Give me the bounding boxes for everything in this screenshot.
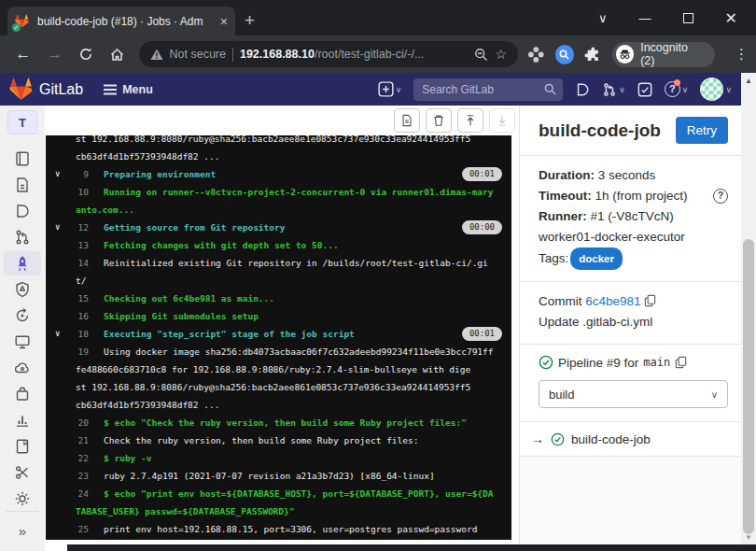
chevron-down-icon: ∨ [682, 85, 689, 94]
sidebar-item-deployments[interactable] [4, 304, 41, 328]
log-line-number[interactable]: 22 [46, 449, 89, 467]
sidebar-item-infrastructure[interactable] [4, 356, 41, 380]
extensions-puzzle-icon[interactable] [584, 46, 602, 64]
copy-ref-icon[interactable] [675, 356, 687, 369]
project-avatar[interactable]: T [7, 110, 37, 134]
log-line-number[interactable]: 12 [46, 219, 89, 236]
log-line-continuation: fe488660c683710c8 for 192.168.88.9:8086/… [46, 360, 511, 378]
retry-button[interactable]: Retry [676, 117, 728, 144]
sidebar-item-issues[interactable] [4, 199, 41, 223]
log-line: 19Using docker image sha256:db4073acbaac… [46, 343, 511, 360]
scroll-to-top-button[interactable] [457, 108, 483, 133]
log-line-number[interactable]: 27 [46, 538, 89, 540]
chevron-down-icon: ∨ [396, 85, 402, 94]
log-line-number[interactable]: 25 [46, 520, 89, 538]
tab-close-icon[interactable]: × [220, 14, 228, 29]
page-scrollbar[interactable]: ▲ ▼ [741, 73, 756, 551]
log-line-text: Check the ruby version, then build some … [104, 435, 418, 445]
forward-button[interactable]: → [43, 42, 67, 66]
copy-commit-icon[interactable] [644, 294, 656, 307]
sidebar-item-monitor[interactable] [4, 330, 41, 354]
search-extension-icon[interactable] [555, 45, 575, 64]
user-menu[interactable]: ∨ [700, 78, 732, 101]
sidebar-item-snippets[interactable] [4, 460, 41, 485]
log-line-number[interactable]: 19 [46, 343, 89, 360]
bookmark-star-icon[interactable]: ☆ [495, 47, 507, 62]
sidebar-item-project-information[interactable] [4, 147, 41, 171]
log-line-number[interactable]: 9 [46, 165, 89, 183]
maximize-button[interactable] [683, 13, 693, 23]
sidebar-item-wiki[interactable] [4, 434, 41, 459]
security-label[interactable]: Not secure [170, 48, 226, 61]
sidebar-item-merge-requests[interactable] [4, 225, 41, 249]
log-line-number[interactable]: 18 [46, 325, 89, 343]
sidebar-item-analytics[interactable] [4, 408, 41, 432]
panel-filler [520, 457, 741, 551]
log-line-continuation: cb63df4d1bf57393948df82 ... [46, 396, 511, 414]
log-line-number[interactable]: 13 [46, 236, 89, 254]
job-log[interactable]: st 192.168.88.9:8080/ruby@sha256:bacb2ae… [46, 135, 511, 540]
commit-sha-link[interactable]: 6c4be981 [585, 294, 640, 308]
gitlab-logo-text[interactable]: GitLab [39, 81, 83, 98]
log-line-number[interactable]: 14 [46, 254, 89, 272]
sidebar-item-security-compliance[interactable] [4, 277, 41, 302]
scrollbar-up-arrow[interactable]: ▲ [741, 77, 756, 85]
page-url[interactable]: 192.168.88.10/root/test-gitlab-ci/-/... [240, 48, 468, 61]
scrollbar-thumb[interactable] [743, 239, 754, 534]
log-line-number[interactable]: 15 [46, 290, 89, 307]
log-line-text: Executing "step_script" stage of the job… [104, 329, 355, 339]
log-line-number[interactable]: 23 [46, 467, 89, 485]
user-avatar[interactable] [700, 78, 723, 101]
log-line-number[interactable]: 10 [46, 183, 89, 201]
scrollbar-down-arrow[interactable]: ▼ [741, 533, 756, 542]
tab-search-icon[interactable]: ∨ [598, 11, 608, 25]
minimize-button[interactable]: — [639, 11, 651, 25]
timeout-row: Timeout: 1h (from project)? [539, 186, 728, 206]
timeout-help-icon[interactable]: ? [713, 189, 728, 204]
log-line-continuation: cb63df4d1bf57393948df82 ... [46, 148, 511, 165]
help-menu[interactable]: ? ∨ [665, 81, 689, 97]
back-button[interactable]: ← [11, 42, 35, 66]
stage-dropdown[interactable]: build ∨ [539, 380, 728, 408]
pipeline-ref[interactable]: main [643, 356, 670, 369]
new-tab-button[interactable]: + [245, 9, 255, 32]
package-icon [14, 386, 31, 403]
log-line-number[interactable]: 21 [46, 431, 89, 449]
sidebar-collapse-toggle[interactable]: » [0, 523, 45, 539]
new-menu-button[interactable]: ∨ [378, 81, 402, 97]
sidebar-item-packages-registries[interactable] [4, 382, 41, 406]
todos-icon[interactable] [637, 82, 652, 97]
sidebar-item-settings[interactable] [4, 487, 41, 511]
reload-button[interactable] [74, 42, 98, 66]
merge-requests-menu[interactable]: ∨ [602, 82, 625, 97]
show-raw-log-button[interactable] [394, 108, 420, 133]
search-input[interactable] [413, 78, 563, 101]
sidebar-item-repository[interactable] [4, 173, 41, 197]
menu-button[interactable]: Menu [104, 83, 153, 96]
log-line-text: ruby 2.7.4p191 (2021-07-07 revision a21a… [104, 471, 435, 481]
extension-pinwheel-icon[interactable] [527, 46, 545, 64]
issues-icon[interactable] [575, 82, 590, 97]
log-line-text: cb63df4d1bf57393948df82 ... [76, 151, 219, 162]
scroll-to-bottom-button[interactable] [489, 108, 515, 133]
close-window-button[interactable]: ✕ [725, 9, 737, 27]
home-button[interactable] [105, 42, 130, 66]
log-line-number[interactable]: 16 [46, 307, 89, 325]
gitlab-search[interactable] [413, 78, 563, 101]
log-line: 20$ echo "Check the ruby version, then b… [46, 414, 511, 431]
sidebar-item-ci-cd[interactable] [4, 251, 41, 276]
zoom-out-icon[interactable] [474, 48, 488, 62]
erase-log-button[interactable] [426, 108, 452, 133]
log-line: 22$ ruby -v [46, 449, 511, 467]
log-line-text: cb63df4d1bf57393948df82 ... [76, 400, 219, 410]
book-icon [14, 438, 31, 455]
gitlab-logo-icon[interactable] [9, 78, 33, 101]
pipeline-label[interactable]: Pipeline #9 for [558, 356, 638, 370]
browser-menu-icon[interactable]: ⋮ [735, 46, 749, 63]
log-line-number[interactable]: 24 [46, 485, 89, 502]
browser-tab[interactable]: ✓ build-code-job (#18) · Jobs · Adm × [7, 7, 235, 35]
log-line: 10Running on runner--v8ctvcn-project-2-c… [46, 183, 511, 201]
log-line-number[interactable]: 20 [46, 414, 89, 431]
address-bar[interactable]: Not secure 192.168.88.10/root/test-gitla… [139, 41, 518, 67]
pipeline-job-item[interactable]: → build-code-job [520, 421, 741, 457]
